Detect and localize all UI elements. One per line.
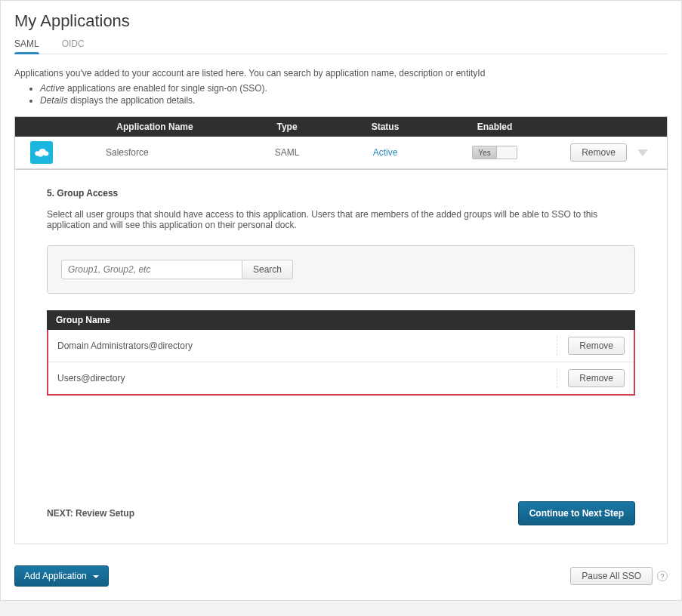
tab-oidc[interactable]: OIDC (62, 38, 85, 54)
caret-down-icon (93, 575, 99, 578)
footer: Add Application Pause All SSO ? (14, 565, 668, 587)
divider (557, 368, 557, 388)
tabs: SAML OIDC (14, 38, 668, 54)
remove-group-button[interactable]: Remove (568, 369, 625, 387)
app-type: SAML (242, 137, 332, 168)
app-status-link[interactable]: Active (373, 147, 398, 158)
chevron-down-icon[interactable] (637, 149, 648, 156)
add-application-button[interactable]: Add Application (14, 565, 109, 587)
next-label: NEXT: Review Setup (47, 508, 134, 519)
add-application-label: Add Application (24, 571, 89, 581)
group-name: Users@directory (57, 373, 546, 383)
note-active-em: Active (40, 83, 65, 94)
note-details-rest: displays the application details. (68, 95, 196, 106)
remove-group-button[interactable]: Remove (568, 337, 625, 355)
next-row: NEXT: Review Setup Continue to Next Step (47, 396, 635, 525)
page-title: My Applications (14, 11, 668, 31)
note-details: Details displays the application details… (40, 95, 668, 106)
enabled-toggle[interactable]: Yes (472, 146, 517, 159)
divider (557, 336, 557, 356)
group-name: Domain Administrators@directory (57, 340, 546, 351)
note-active: Active applications are enabled for sing… (40, 83, 668, 94)
note-active-rest: applications are enabled for single sign… (65, 83, 267, 94)
applications-table: Application Name Type Status Enabled Sal… (14, 116, 668, 170)
group-row: Users@directory Remove (48, 362, 634, 394)
step-title: 5. Group Access (47, 188, 635, 199)
group-row: Domain Administrators@directory Remove (48, 330, 634, 362)
group-search-input[interactable] (61, 260, 242, 279)
toggle-knob (497, 146, 517, 159)
col-header-enabled: Enabled (438, 117, 551, 137)
svg-point-3 (38, 152, 44, 156)
detail-panel: 5. Group Access Select all user groups t… (14, 170, 668, 544)
col-header-status: Status (332, 117, 438, 137)
svg-point-2 (43, 151, 49, 156)
continue-button[interactable]: Continue to Next Step (518, 501, 635, 525)
step-description: Select all user groups that should have … (47, 209, 635, 230)
group-table: Group Name Domain Administrators@directo… (47, 310, 635, 396)
col-header-name: Application Name (68, 117, 242, 137)
intro-notes: Active applications are enabled for sing… (29, 83, 668, 106)
salesforce-icon (30, 141, 53, 164)
group-search-button[interactable]: Search (242, 260, 293, 279)
intro-text: Applications you've added to your accoun… (14, 68, 668, 79)
applications-header-row: Application Name Type Status Enabled (15, 117, 667, 137)
remove-app-button[interactable]: Remove (570, 143, 627, 162)
app-name: Salesforce (68, 137, 242, 168)
tab-saml[interactable]: SAML (14, 38, 39, 54)
toggle-yes-label: Yes (473, 146, 497, 159)
col-header-type: Type (242, 117, 332, 137)
application-row: Salesforce SAML Active Yes Remove (15, 137, 667, 169)
group-table-header: Group Name (47, 310, 635, 330)
pause-all-sso-button[interactable]: Pause All SSO (570, 567, 653, 585)
help-icon[interactable]: ? (657, 571, 668, 581)
group-search-box: Search (47, 245, 635, 294)
note-details-em: Details (40, 95, 68, 106)
